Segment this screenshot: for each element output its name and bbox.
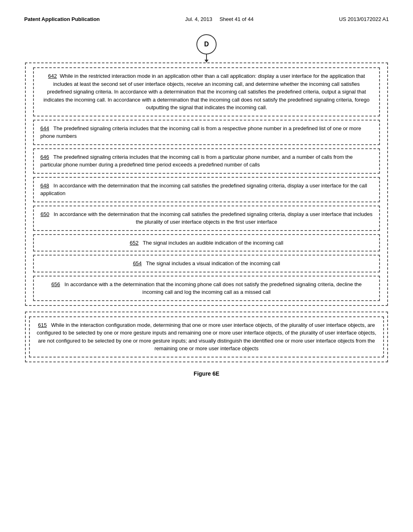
box-654-wrapper: 654 The signal includes a visual indicat… (26, 253, 387, 274)
box-656: 656 In accordance with a the determinati… (33, 276, 380, 301)
patent-number-label: US 2013/0172022 A1 (339, 16, 389, 22)
box-646-wrapper: 646 The predefined signaling criteria in… (26, 147, 387, 175)
sheet-label: Sheet 41 of 44 (219, 16, 254, 22)
box-648-wrapper: 648 In accordance with the determination… (26, 175, 387, 204)
box-652-wrapper: 652 The signal includes an audible indic… (26, 233, 387, 254)
box-642: 642 While in the restricted interaction … (33, 67, 380, 116)
page-header: Patent Application Publication Jul. 4, 2… (24, 16, 389, 22)
box-650-wrapper: 650 In accordance with the determination… (26, 204, 387, 233)
box-615: 615 While in the interaction configurati… (29, 316, 384, 357)
box-656-wrapper: 656 In accordance with a the determinati… (26, 274, 387, 303)
page: Patent Application Publication Jul. 4, 2… (0, 0, 413, 532)
date-label: Jul. 4, 2013 Sheet 41 of 44 (185, 16, 254, 22)
box-615-outer: 615 While in the interaction configurati… (25, 312, 388, 362)
box-642-wrapper: 642 While in the restricted interaction … (26, 66, 387, 118)
box-650: 650 In accordance with the determination… (33, 206, 380, 231)
arrow-connector-to-642 (206, 54, 207, 62)
box-644: 644 The predefined signaling criteria in… (33, 120, 380, 145)
publication-label: Patent Application Publication (24, 16, 100, 22)
box-615-wrapper: 615 While in the interaction configurati… (26, 315, 387, 359)
connector-d: D (196, 34, 217, 54)
box-646: 646 The predefined signaling criteria in… (33, 148, 380, 174)
box-648: 648 In accordance with the determination… (33, 177, 380, 202)
outer-box-group: 642 While in the restricted interaction … (25, 62, 388, 306)
box-654: 654 The signal includes a visual indicat… (33, 255, 380, 272)
diagram-area: D 642 While in the restricted interactio… (24, 34, 389, 377)
box-644-wrapper: 644 The predefined signaling criteria in… (26, 118, 387, 147)
box-652: 652 The signal includes an audible indic… (33, 234, 380, 252)
figure-label: Figure 6E (194, 370, 219, 377)
